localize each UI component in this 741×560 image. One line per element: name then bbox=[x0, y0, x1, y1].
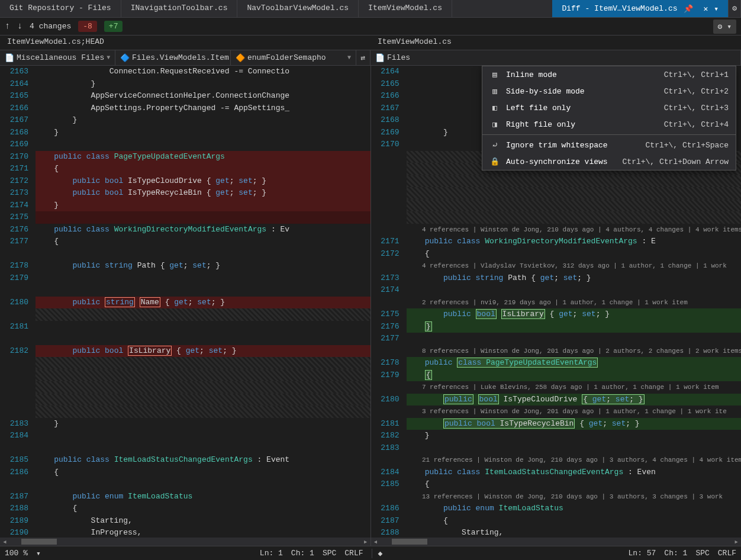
dd-namespace[interactable]: 🔷Files.ViewModels.Item▼ bbox=[115, 50, 231, 65]
right-crlf: CRLF bbox=[718, 549, 736, 558]
tab-bar: Git Repository - Files INavigationToolba… bbox=[0, 0, 741, 18]
left-code[interactable]: Connection.RequestReceived -= Connectio … bbox=[36, 66, 370, 538]
right-hscroll[interactable]: ◂▸ bbox=[370, 538, 742, 546]
right-ch: Ch: 1 bbox=[664, 549, 687, 558]
tab-diff-label: Diff - ItemV…ViewModel.cs bbox=[562, 4, 677, 13]
menu-auto-synchronize-views[interactable]: 🔒Auto-synchronize viewsCtrl+\, Ctrl+Down… bbox=[482, 153, 736, 170]
menu-right-file-only[interactable]: ◨Right file onlyCtrl+\, Ctrl+4 bbox=[482, 116, 736, 133]
tab-inav[interactable]: INavigationToolbar.cs bbox=[121, 0, 238, 17]
diff-mode-menu: ▤Inline modeCtrl+\, Ctrl+1▥Side-by-side … bbox=[482, 66, 736, 170]
chevron-down-icon[interactable]: ▾ bbox=[714, 4, 719, 14]
menu-inline-mode[interactable]: ▤Inline modeCtrl+\, Ctrl+1 bbox=[482, 66, 736, 83]
vs-icon: ◆ bbox=[378, 549, 383, 558]
diff-settings-button[interactable]: ⚙ ▾ bbox=[713, 20, 736, 34]
right-gutter: 2164216521662167216821692170217121722173… bbox=[371, 66, 407, 538]
menu-separator bbox=[482, 134, 736, 135]
added-badge: +7 bbox=[104, 21, 123, 32]
nav-dropdowns: 📄Miscellaneous Files▼ 🔷Files.ViewModels.… bbox=[0, 50, 741, 66]
right-file-label: ItemViewModel.cs bbox=[370, 36, 741, 50]
menu-icon: ◨ bbox=[489, 120, 500, 129]
left-hscroll[interactable]: ◂▸ bbox=[0, 538, 370, 546]
menu-icon: ▤ bbox=[489, 70, 500, 79]
menu-ignore-trim-whitespace[interactable]: ⤾Ignore trim whitespaceCtrl+\, Ctrl+Spac… bbox=[482, 137, 736, 153]
left-ln: Ln: 1 bbox=[260, 549, 283, 558]
tab-diff[interactable]: Diff - ItemV…ViewModel.cs 📌 ✕ ▾ bbox=[552, 0, 729, 17]
right-pane[interactable]: 2164216521662167216821692170217121722173… bbox=[370, 66, 742, 538]
status-bar: 100 %▾ Ln: 1 Ch: 1 SPC CRLF ◆ Ln: 57 Ch:… bbox=[0, 546, 741, 560]
menu-side-by-side-mode[interactable]: ▥Side-by-side modeCtrl+\, Ctrl+2 bbox=[482, 83, 736, 99]
dd-right-project[interactable]: 📄Files bbox=[370, 50, 741, 65]
changes-count: 4 changes bbox=[30, 22, 71, 31]
dd-split[interactable]: ⇄ bbox=[356, 50, 370, 65]
dd-project[interactable]: 📄Miscellaneous Files▼ bbox=[0, 50, 115, 65]
file-header-row: ItemViewModel.cs;HEAD ItemViewModel.cs bbox=[0, 36, 741, 50]
menu-icon: ▥ bbox=[489, 86, 500, 96]
left-pane[interactable]: 2163216421652166216721682169217021712172… bbox=[0, 66, 370, 538]
left-spc: SPC bbox=[323, 549, 336, 558]
right-ln: Ln: 57 bbox=[629, 549, 656, 558]
left-crlf: CRLF bbox=[344, 549, 363, 558]
menu-left-file-only[interactable]: ◧Left file onlyCtrl+\, Ctrl+3 bbox=[482, 99, 736, 116]
zoom-level[interactable]: 100 % bbox=[5, 549, 28, 558]
menu-icon: ⤾ bbox=[489, 140, 500, 150]
zoom-chev[interactable]: ▾ bbox=[36, 549, 41, 558]
menu-icon: ◧ bbox=[489, 103, 500, 112]
tab-git-repo[interactable]: Git Repository - Files bbox=[0, 0, 121, 17]
left-ch: Ch: 1 bbox=[291, 549, 314, 558]
prev-change-button[interactable]: ↑ bbox=[5, 21, 10, 31]
tab-navtoolbar[interactable]: NavToolbarViewModel.cs bbox=[237, 0, 359, 17]
right-spc: SPC bbox=[695, 549, 709, 558]
diff-toolbar: ↑ ↓ 4 changes -8 +7 ⚙ ▾ bbox=[0, 18, 741, 36]
menu-icon: 🔒 bbox=[489, 157, 500, 166]
pin-icon[interactable]: 📌 bbox=[684, 4, 693, 14]
diff-body: 2163216421652166216721682169217021712172… bbox=[0, 66, 741, 538]
left-file-label: ItemViewModel.cs;HEAD bbox=[0, 36, 370, 50]
close-icon[interactable]: ✕ bbox=[704, 4, 708, 14]
next-change-button[interactable]: ↓ bbox=[17, 21, 22, 31]
dd-member[interactable]: 🔶enumFolderSemapho▼ bbox=[231, 50, 356, 65]
gear-icon-top[interactable]: ⚙ bbox=[729, 0, 741, 17]
left-gutter: 2163216421652166216721682169217021712172… bbox=[0, 66, 36, 538]
removed-badge: -8 bbox=[78, 21, 97, 32]
tab-itemvm[interactable]: ItemViewModel.cs bbox=[359, 0, 452, 17]
